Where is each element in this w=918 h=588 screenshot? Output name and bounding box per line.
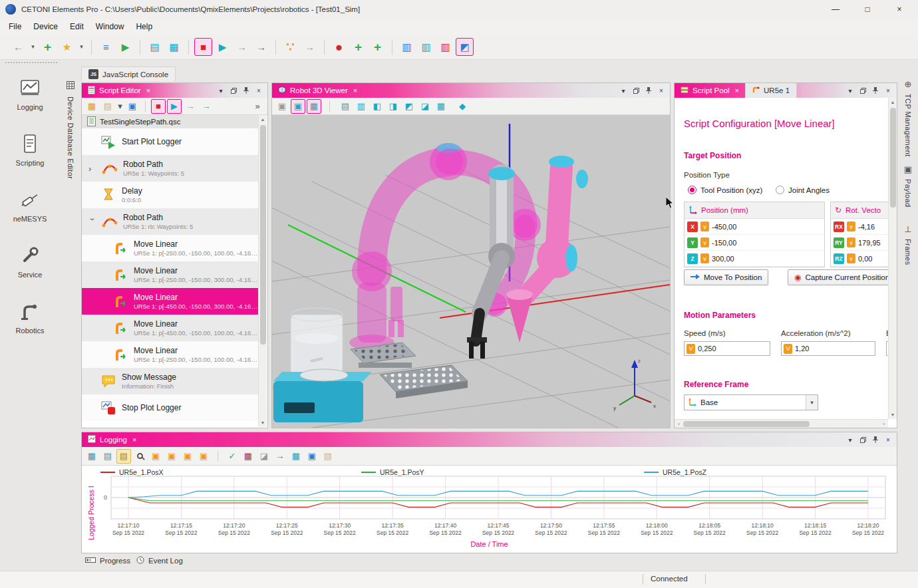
export-data-button[interactable]: → [273, 449, 287, 464]
close-tab-icon[interactable]: × [735, 86, 739, 94]
capture-current-position-button[interactable]: ◉ Capture Current Position [788, 269, 896, 285]
add-plot-button[interactable]: + [369, 38, 386, 56]
view-right-button[interactable]: ◨ [386, 99, 400, 114]
menu-window[interactable]: Window [90, 20, 130, 33]
viewport-3d[interactable]: z x y [272, 115, 670, 428]
step-row-stop-plot-logger[interactable]: Stop Plot Logger [82, 394, 258, 421]
pin-panel-button[interactable] [871, 435, 879, 444]
skip-step-button[interactable]: → [233, 38, 251, 56]
add-table-button[interactable]: ▦ [289, 449, 303, 464]
column-sync-button[interactable]: ▥ [417, 38, 435, 56]
rotation-row-ry[interactable]: RY v 179,95 [831, 235, 891, 251]
menu-edit[interactable]: Edit [64, 20, 90, 33]
rotation-row-rz[interactable]: RZ v 0,00 [831, 251, 891, 267]
toolbar-overflow-button[interactable]: » [250, 99, 265, 114]
close-panel-button[interactable]: × [884, 86, 892, 95]
expander-collapsed-icon[interactable]: › [88, 164, 96, 174]
run-selected-step-button[interactable]: ▶ [167, 99, 182, 114]
fit-all-button[interactable]: ▣ [180, 449, 195, 464]
scroll-down-icon[interactable]: ▼ [891, 410, 895, 419]
view-front-button[interactable]: ▤ [338, 99, 353, 114]
panel-menu-button[interactable]: ▾ [846, 435, 854, 444]
rotation-row-rx[interactable]: RX v -4,16 [831, 219, 891, 235]
device-wizard-button[interactable]: ★ [58, 38, 76, 56]
step-into-button[interactable]: → [199, 99, 214, 114]
view-back-button[interactable]: ▥ [354, 99, 369, 114]
eraser-button[interactable]: ◪ [257, 449, 271, 464]
panel-menu-button[interactable]: ▾ [619, 86, 627, 95]
clear-plot-button[interactable]: ▦ [241, 449, 255, 464]
sidebar-item-logging[interactable]: Logging [0, 67, 60, 122]
pin-panel-button[interactable] [242, 86, 250, 95]
chevron-down-icon[interactable]: ▾ [806, 395, 818, 410]
save-script-button[interactable]: ▣ [125, 99, 140, 114]
close-panel-button[interactable]: × [255, 86, 263, 95]
reference-frame-select[interactable]: Base ▾ [684, 394, 818, 410]
save-log-button[interactable]: ▣ [305, 449, 319, 464]
device-panels-button[interactable]: ▦ [165, 38, 183, 56]
panel-menu-button[interactable]: ▾ [846, 86, 854, 95]
device-database-editor-tab[interactable]: Device Database Editor [63, 81, 78, 179]
history-back-button[interactable]: ← [9, 38, 27, 56]
float-panel-button[interactable] [230, 86, 237, 95]
step-row-move-linear-5[interactable]: Move LinearUR5e 1: p[-250.00, -150.00, 1… [82, 341, 258, 368]
position-row-z[interactable]: Z v 300,00 [685, 251, 824, 267]
tab-logging[interactable]: Logging × [82, 432, 142, 447]
record-script-toggle[interactable]: ■ [194, 38, 212, 56]
show-grid-toggle[interactable]: ▦ [307, 99, 321, 114]
step-row-move-linear-1[interactable]: Move LinearUR5e 1: p[-250.00, -150.00, 1… [82, 235, 258, 261]
scroll-left-icon[interactable]: ‹ [675, 421, 683, 427]
scroll-right-icon[interactable]: › [879, 421, 888, 427]
run-from-here-button[interactable]: → [183, 99, 198, 114]
menu-device[interactable]: Device [27, 20, 64, 33]
tab-robot-3d-viewer[interactable]: Robot 3D Viewer × [272, 83, 363, 98]
tab-frames[interactable]: ⊥ Frames [899, 225, 917, 265]
z-position-value[interactable]: 300,00 [712, 255, 734, 263]
step-row-robot-path-2[interactable]: › Robot PathUR5e 1: rtc Waypoints: 5 [82, 208, 258, 235]
add-device-button[interactable]: + [39, 38, 57, 56]
step-forward-button[interactable]: → [252, 38, 270, 56]
position-row-x[interactable]: X v -450,00 [685, 219, 824, 235]
device-configuration-button[interactable]: ≡ [97, 38, 115, 56]
step-over-button[interactable]: → [301, 38, 319, 56]
tab-ur5e-1[interactable]: UR5e 1 [745, 83, 797, 98]
radio-joint-angles[interactable]: Joint Angles [776, 186, 830, 194]
minimize-button[interactable]: — [822, 1, 849, 18]
pin-panel-button[interactable] [871, 86, 879, 95]
close-tab-icon[interactable]: × [132, 436, 136, 444]
toolbar-drag-handle[interactable] [5, 62, 57, 65]
tab-progress[interactable]: Progress [85, 557, 130, 565]
step-row-move-linear-4[interactable]: Move LinearUR5e 1: p[-450.00, -150.00, 1… [82, 315, 258, 341]
close-tab-icon[interactable]: × [146, 86, 150, 94]
plot-config-button[interactable]: ▦ [84, 449, 99, 464]
radio-selected-icon[interactable] [688, 186, 696, 194]
autoscale-button[interactable]: ▣ [196, 449, 211, 464]
close-panel-button[interactable]: × [884, 435, 892, 444]
scene-objects-button[interactable]: ◆ [455, 99, 470, 114]
float-panel-button[interactable] [859, 435, 867, 444]
close-panel-button[interactable]: × [657, 86, 665, 95]
device-browser-button[interactable]: ▤ [146, 38, 164, 56]
zoom-button[interactable] [132, 449, 147, 464]
scroll-up-icon[interactable]: ▲ [261, 115, 265, 124]
apply-button[interactable]: ✓ [225, 449, 239, 464]
acceleration-input[interactable]: v 1,20 [781, 341, 875, 356]
y-position-value[interactable]: -150,00 [712, 239, 736, 247]
tab-script-editor[interactable]: Script Editor × [82, 83, 156, 98]
rz-value[interactable]: 0,00 [858, 255, 872, 263]
move-to-position-button[interactable]: Move To Position [684, 269, 768, 285]
step-row-show-message[interactable]: Show MessageInformation: Finish [82, 368, 258, 394]
view-left-button[interactable]: ◧ [370, 99, 384, 114]
pool-horizontal-scrollbar[interactable]: ‹ › [675, 419, 888, 428]
panel-menu-button[interactable]: ▾ [217, 86, 225, 95]
float-panel-button[interactable] [859, 86, 867, 95]
start-devices-button[interactable]: ▶ [116, 38, 134, 56]
record-steps-toggle[interactable]: ■ [151, 99, 166, 114]
scrollbar-thumb[interactable] [683, 421, 810, 427]
sidebar-item-nemesys[interactable]: neMESYS [0, 178, 60, 234]
radio-tool-position[interactable]: Tool Position (xyz) [688, 186, 762, 194]
close-button[interactable]: × [886, 1, 913, 18]
sidebar-item-robotics[interactable]: Robotics [0, 290, 60, 346]
scrollbar-thumb[interactable] [890, 108, 896, 208]
view-top-button[interactable]: ◩ [402, 99, 416, 114]
